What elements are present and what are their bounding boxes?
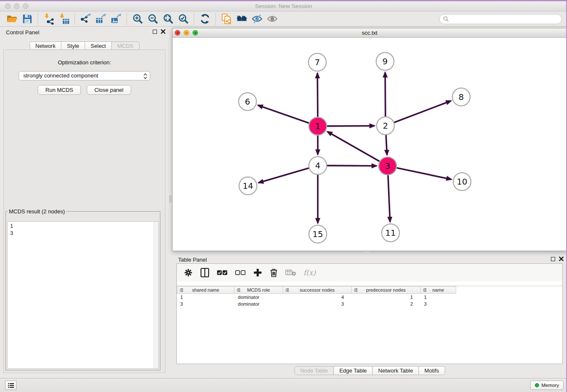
node-label-10: 10 bbox=[457, 177, 468, 187]
network-window-title: scc.txt bbox=[173, 28, 567, 37]
zoom-in-icon[interactable] bbox=[130, 12, 145, 26]
status-bar: Memory bbox=[0, 378, 567, 392]
toolbar-separator bbox=[127, 13, 127, 25]
column-header-mcds-role[interactable]: MCDS role bbox=[234, 286, 283, 294]
edge-1-7[interactable] bbox=[317, 73, 318, 117]
zoom-out-icon[interactable] bbox=[145, 12, 160, 26]
export-network-icon[interactable] bbox=[78, 12, 93, 26]
clone-network-icon[interactable] bbox=[219, 12, 234, 26]
network-window-titlebar[interactable]: scc.txt bbox=[173, 28, 567, 38]
node-label-1: 1 bbox=[315, 121, 320, 131]
float-table-panel-icon[interactable] bbox=[551, 257, 555, 261]
network-canvas[interactable]: 7968124314101511 bbox=[173, 38, 567, 251]
edge-3-11[interactable] bbox=[388, 175, 390, 222]
toolbar-separator bbox=[74, 13, 75, 25]
sort-column-icon bbox=[354, 288, 358, 292]
cell-successor-nodes: 4 bbox=[283, 294, 352, 301]
mcds-result-legend: MCDS result (2 nodes) bbox=[8, 208, 66, 215]
tab-node-table[interactable]: Node Table bbox=[294, 366, 334, 375]
import-table-icon[interactable] bbox=[56, 12, 72, 26]
edge-4-3[interactable] bbox=[327, 166, 377, 166]
export-table-icon[interactable] bbox=[93, 12, 108, 26]
cell-name: 1 bbox=[421, 294, 456, 301]
search-input[interactable] bbox=[451, 16, 558, 22]
import-network-icon[interactable] bbox=[41, 12, 56, 26]
table-row[interactable]: 3dominator323 bbox=[177, 301, 562, 307]
main-toolbar bbox=[0, 11, 567, 27]
table-panel: Table Panel bbox=[172, 254, 567, 378]
cell-shared-name: 3 bbox=[177, 301, 234, 307]
deselect-all-checkboxes-icon[interactable] bbox=[235, 270, 246, 276]
edge-4-14[interactable] bbox=[259, 168, 309, 183]
memory-status-icon bbox=[535, 383, 539, 387]
tab-motifs[interactable]: Motifs bbox=[418, 366, 445, 375]
edge-3-1[interactable] bbox=[328, 132, 380, 161]
cell-predecessor-nodes: 2 bbox=[352, 301, 421, 307]
save-session-icon[interactable] bbox=[19, 12, 35, 26]
cell-successor-nodes: 3 bbox=[283, 301, 352, 307]
mcds-result-lines: 1 3 bbox=[8, 222, 153, 368]
sort-column-icon bbox=[423, 288, 427, 292]
edge-2-8[interactable] bbox=[394, 101, 451, 122]
function-builder-icon[interactable]: f(x) bbox=[303, 268, 316, 277]
float-panel-icon[interactable] bbox=[153, 30, 157, 34]
result-scrollbar[interactable] bbox=[154, 222, 158, 368]
table-row[interactable]: 1dominator411 bbox=[177, 294, 562, 301]
table-settings-icon[interactable] bbox=[184, 268, 193, 277]
show-graphics-details-icon[interactable] bbox=[264, 12, 280, 26]
column-header-predecessor-nodes[interactable]: predecessor nodes bbox=[352, 286, 421, 294]
zoom-fit-icon[interactable] bbox=[160, 12, 176, 26]
control-panel-title: Control Panel bbox=[6, 29, 39, 36]
list-icon bbox=[8, 383, 14, 388]
select-all-checkboxes-icon[interactable] bbox=[217, 270, 228, 276]
open-session-icon[interactable] bbox=[4, 12, 19, 26]
column-header-successor-nodes[interactable]: successor nodes bbox=[283, 286, 352, 294]
tab-mcds[interactable]: MCDS bbox=[111, 41, 139, 50]
memory-button[interactable]: Memory bbox=[530, 381, 564, 390]
tab-edge-table[interactable]: Edge Table bbox=[333, 366, 373, 375]
close-table-panel-icon[interactable] bbox=[559, 257, 564, 261]
optimization-criterion-label: Optimization criterion: bbox=[4, 59, 165, 66]
table-toolbar: f(x) bbox=[177, 264, 562, 282]
column-header-name[interactable]: name bbox=[421, 286, 456, 294]
edge-3-10[interactable] bbox=[397, 168, 451, 179]
tab-style[interactable]: Style bbox=[61, 41, 85, 50]
tab-network-table[interactable]: Network Table bbox=[372, 366, 419, 375]
edge-1-2[interactable] bbox=[327, 126, 374, 126]
node-label-3: 3 bbox=[385, 161, 390, 171]
horizontal-splitter[interactable] bbox=[172, 251, 567, 254]
network-view-window: scc.txt 7968124314101511 bbox=[172, 28, 567, 251]
node-label-14: 14 bbox=[243, 181, 253, 191]
delete-table-icon[interactable] bbox=[285, 269, 296, 276]
search-field[interactable] bbox=[439, 14, 562, 24]
criterion-dropdown-value: strongly connected component bbox=[23, 72, 98, 79]
toolbar-separator bbox=[38, 13, 38, 25]
tab-network[interactable]: Network bbox=[29, 41, 61, 50]
edge-1-6[interactable] bbox=[258, 105, 309, 123]
table-body: 1dominator4113dominator323 bbox=[177, 294, 562, 307]
edge-2-9[interactable] bbox=[385, 72, 385, 116]
zoom-selected-icon[interactable] bbox=[176, 12, 191, 26]
cell-mcds-role: dominator bbox=[234, 294, 283, 301]
mcds-result-textarea[interactable]: 1 3 bbox=[7, 221, 159, 369]
refresh-view-icon[interactable] bbox=[197, 12, 212, 26]
edge-2-3[interactable] bbox=[386, 135, 387, 155]
run-mcds-button[interactable]: Run MCDS bbox=[38, 85, 81, 95]
tab-select[interactable]: Select bbox=[85, 41, 112, 50]
vertical-splitter[interactable] bbox=[169, 27, 172, 378]
memory-label: Memory bbox=[541, 383, 559, 388]
node-label-8: 8 bbox=[459, 92, 464, 102]
column-header-shared-name[interactable]: shared name bbox=[177, 286, 234, 294]
split-panel-icon[interactable] bbox=[200, 268, 209, 278]
delete-columns-icon[interactable] bbox=[270, 268, 278, 278]
export-image-icon[interactable] bbox=[108, 12, 124, 26]
hide-graphics-details-icon[interactable] bbox=[249, 12, 264, 26]
close-panel-button[interactable]: Close panel bbox=[87, 85, 131, 95]
cell-shared-name: 1 bbox=[177, 294, 234, 301]
criterion-dropdown[interactable]: strongly connected component bbox=[19, 71, 150, 80]
add-column-icon[interactable] bbox=[253, 268, 262, 277]
node-label-11: 11 bbox=[385, 228, 396, 238]
task-history-button[interactable] bbox=[5, 381, 17, 390]
close-panel-icon[interactable] bbox=[161, 29, 165, 34]
cyndex-home-icon[interactable] bbox=[234, 12, 249, 26]
